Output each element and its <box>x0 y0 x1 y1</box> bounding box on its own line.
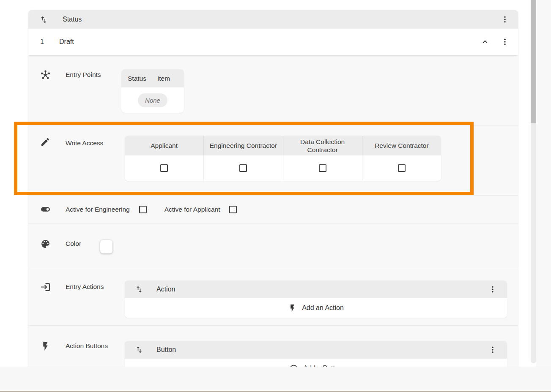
write-access-col-engineering-contractor: Engineering Contractor <box>203 136 282 155</box>
lightning-bolt-icon <box>288 304 297 313</box>
lightning-bolt-icon <box>40 341 50 351</box>
color-label: Color <box>66 240 81 248</box>
entry-points-col-status: Status <box>128 75 146 82</box>
login-arrow-icon <box>40 282 50 292</box>
toggle-icon <box>40 204 50 215</box>
status-row-draft[interactable]: 1 Draft <box>28 29 518 55</box>
action-column-header: Action <box>156 286 175 293</box>
right-margin <box>536 0 551 367</box>
status-table-header: Status <box>28 10 518 29</box>
table-menu-icon[interactable] <box>501 15 509 24</box>
write-access-table-body <box>125 155 441 181</box>
sort-icon[interactable] <box>135 285 143 294</box>
write-access-table: Applicant Engineering Contractor Data Co… <box>125 136 441 181</box>
none-chip: None <box>138 93 167 107</box>
button-column-header: Button <box>156 346 176 354</box>
field-active-flags: Active for Engineering Active for Applic… <box>28 195 518 223</box>
field-entry-actions: Entry Actions Action Add an Action <box>28 268 518 325</box>
action-buttons-label: Action Buttons <box>66 342 125 350</box>
action-buttons-table: Button Add a Button <box>125 341 507 367</box>
status-card: Status 1 Draft Entry Points St <box>28 10 518 367</box>
sort-icon[interactable] <box>39 15 48 24</box>
active-for-applicant-label: Active for Applicant <box>164 205 220 213</box>
palette-icon <box>40 239 50 249</box>
vertical-scrollbar-thumb[interactable] <box>531 0 536 123</box>
field-action-buttons: Action Buttons Button Add a Button <box>28 325 518 367</box>
entry-points-table-body: None <box>121 87 184 113</box>
checkbox-active-for-applicant[interactable] <box>229 206 237 213</box>
checkbox-write-access-data-collection-contractor[interactable] <box>319 164 326 172</box>
collapse-chevron-icon[interactable] <box>480 37 490 46</box>
entry-points-label: Entry Points <box>66 71 125 79</box>
checkbox-active-for-engineering[interactable] <box>139 206 147 213</box>
field-color: Color <box>28 223 518 268</box>
add-button-button[interactable]: Add a Button <box>125 359 507 367</box>
draft-detail-panel: Entry Points Status Item None Write Acce… <box>28 55 518 367</box>
status-name: Draft <box>59 38 74 46</box>
checkbox-write-access-review-contractor[interactable] <box>398 164 406 172</box>
write-access-col-applicant: Applicant <box>125 136 203 155</box>
entry-actions-table-header: Action <box>125 280 507 298</box>
hub-icon <box>40 69 50 80</box>
field-write-access: Write Access Applicant Engineering Contr… <box>28 125 518 195</box>
sort-icon[interactable] <box>135 346 143 354</box>
active-for-engineering-label: Active for Engineering <box>66 205 130 213</box>
write-access-col-data-collection-contractor: Data Collection Contractor <box>283 136 362 155</box>
color-swatch[interactable] <box>100 240 112 253</box>
field-entry-points: Entry Points Status Item None <box>28 55 518 125</box>
add-action-button[interactable]: Add an Action <box>125 298 507 318</box>
checkbox-write-access-applicant[interactable] <box>160 164 168 172</box>
entry-actions-table: Action Add an Action <box>125 280 507 318</box>
entry-points-col-item: Item <box>157 75 170 82</box>
vertical-scrollbar-track[interactable] <box>531 0 536 363</box>
checkbox-write-access-engineering-contractor[interactable] <box>239 164 247 172</box>
add-action-label: Add an Action <box>302 304 344 312</box>
pencil-icon <box>40 137 50 147</box>
write-access-label: Write Access <box>66 139 125 147</box>
footer-area <box>0 367 551 392</box>
row-index: 1 <box>40 38 49 46</box>
row-menu-icon[interactable] <box>501 38 509 46</box>
entry-actions-label: Entry Actions <box>66 283 125 291</box>
entry-points-table: Status Item None <box>121 69 184 113</box>
write-access-table-header: Applicant Engineering Contractor Data Co… <box>125 136 441 155</box>
write-access-col-review-contractor: Review Contractor <box>362 136 441 155</box>
status-column-header: Status <box>63 16 82 23</box>
action-buttons-table-header: Button <box>125 341 507 359</box>
table-menu-icon[interactable] <box>488 285 497 294</box>
entry-points-table-header: Status Item <box>121 69 184 87</box>
table-menu-icon[interactable] <box>488 346 497 354</box>
